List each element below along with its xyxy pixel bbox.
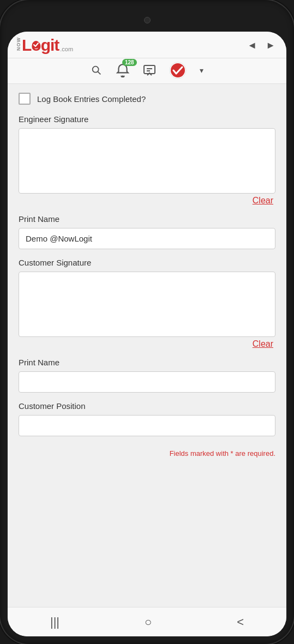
engineer-print-name-input[interactable] xyxy=(19,228,275,249)
bottom-menu-button[interactable]: ||| xyxy=(41,611,68,634)
bottom-back-button[interactable]: < xyxy=(228,611,253,634)
brand-check-button[interactable] xyxy=(169,62,187,79)
camera-dot xyxy=(144,17,151,23)
brand-check-icon xyxy=(169,62,187,79)
engineer-signature-label: Engineer Signature xyxy=(19,115,275,124)
bottom-nav: ||| ○ < xyxy=(8,607,286,636)
search-button[interactable] xyxy=(91,64,103,76)
engineer-print-name-label: Print Name xyxy=(19,214,275,224)
toolbar: 128 ▾ xyxy=(8,58,286,84)
engineer-clear-button[interactable]: Clear xyxy=(19,196,275,206)
logbook-checkbox-row: Log Book Entries Completed? xyxy=(19,93,275,105)
notifications-button[interactable]: 128 xyxy=(116,63,130,77)
logbook-label: Log Book Entries Completed? xyxy=(37,94,146,104)
svg-line-2 xyxy=(98,71,100,74)
notification-badge: 128 xyxy=(122,59,137,66)
svg-point-1 xyxy=(93,67,99,73)
logo-checkmark-icon xyxy=(32,41,40,49)
customer-print-name-label: Print Name xyxy=(19,358,275,367)
app-header: NOW Lo git .com ◄ ► xyxy=(8,32,286,58)
required-note: Fields marked with * are required. xyxy=(19,449,275,458)
logo: NOW Lo git .com xyxy=(16,37,73,53)
phone-notch xyxy=(8,10,286,31)
nav-forward-button[interactable]: ► xyxy=(263,39,278,52)
required-note-end: are required. xyxy=(233,449,275,458)
search-icon xyxy=(91,64,103,76)
customer-clear-button[interactable]: Clear xyxy=(19,339,275,349)
logo-logit-text: Lo git xyxy=(22,37,59,53)
logo-now-text: NOW xyxy=(16,37,21,51)
nav-arrows: ◄ ► xyxy=(245,39,278,52)
phone-shell: NOW Lo git .com ◄ ► xyxy=(0,0,294,644)
engineer-signature-box[interactable] xyxy=(19,128,275,194)
required-note-text: Fields marked with xyxy=(170,449,231,458)
customer-print-name-input[interactable] xyxy=(19,371,275,393)
customer-signature-box[interactable] xyxy=(19,272,275,337)
chat-icon xyxy=(143,64,156,77)
nav-back-button[interactable]: ◄ xyxy=(245,39,259,52)
logo-o-letter: o xyxy=(31,37,40,53)
chat-button[interactable] xyxy=(143,64,156,77)
customer-position-label: Customer Position xyxy=(19,401,275,411)
phone-screen: NOW Lo git .com ◄ ► xyxy=(8,32,286,636)
logo-dotcom-text: .com xyxy=(60,46,73,53)
bottom-home-button[interactable]: ○ xyxy=(136,611,160,634)
dropdown-arrow-icon[interactable]: ▾ xyxy=(200,66,203,75)
form-content: Log Book Entries Completed? Engineer Sig… xyxy=(8,84,286,607)
customer-position-input[interactable] xyxy=(19,415,275,436)
logbook-checkbox[interactable] xyxy=(19,93,31,105)
customer-signature-label: Customer Signature xyxy=(19,258,275,267)
